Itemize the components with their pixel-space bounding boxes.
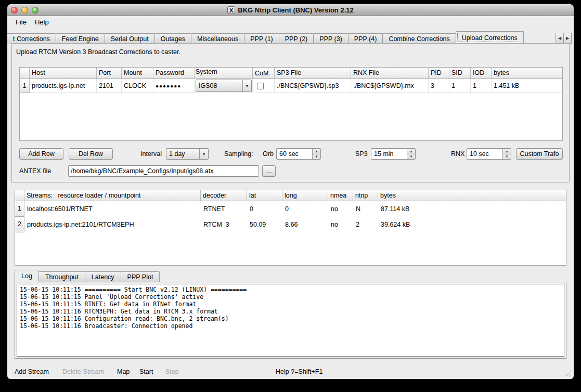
del-row-button[interactable]: Del Row (69, 148, 113, 160)
cell-iod[interactable]: 1 (471, 79, 492, 93)
header-bytes[interactable]: bytes (378, 190, 566, 201)
cell-decoder[interactable]: RTCM_3 (201, 217, 247, 232)
tab-scroll-left-icon[interactable]: ◀ (556, 33, 564, 44)
cell-mountpoint[interactable]: localhost:6501/RTNET (24, 201, 201, 217)
spin-down-icon[interactable]: ▼ (313, 154, 320, 160)
tab-ppp-1[interactable]: PPP (1) (244, 33, 279, 44)
interval-combobox[interactable]: 1 day ▼ (166, 148, 209, 160)
tab-ppp-2[interactable]: PPP (2) (279, 33, 314, 44)
header-sid[interactable]: SID (449, 68, 471, 79)
cell-pid[interactable]: 3 (429, 79, 449, 93)
rnx-spinbox[interactable]: 10 sec ▲ ▼ (467, 148, 511, 160)
header-password[interactable]: Password (153, 68, 195, 79)
row-index[interactable]: 1 (15, 201, 24, 217)
start-button[interactable]: Start (139, 365, 153, 378)
header-host[interactable]: Host (30, 68, 97, 79)
spin-down-icon[interactable]: ▼ (407, 154, 415, 160)
spin-up-icon[interactable]: ▲ (503, 149, 511, 154)
cell-ntrip[interactable]: 2 (353, 217, 378, 232)
orb-spin-buttons: ▲ ▼ (312, 149, 320, 159)
tab-broadcast-corrections[interactable]: t Corrections (7, 33, 56, 44)
tab-ppp-plot[interactable]: PPP Plot (121, 271, 160, 282)
cell-long[interactable]: 8.66 (282, 217, 328, 232)
header-port[interactable]: Port (97, 68, 122, 79)
custom-trafo-button[interactable]: Custom Trafo (516, 148, 563, 160)
header-sp3-file[interactable]: SP3 File (275, 68, 351, 79)
cell-sp3-file[interactable]: ./BNC${GPSWD}.sp3 (275, 79, 351, 93)
upload-corrections-panel: Upload RTCM Version 3 Broadcast Correcti… (11, 43, 570, 182)
spin-down-icon[interactable]: ▼ (503, 154, 511, 160)
map-button[interactable]: Map (117, 365, 130, 378)
header-rnx-file[interactable]: RNX File (351, 68, 429, 79)
chevron-down-icon[interactable]: ▼ (199, 149, 208, 159)
orb-label: Orb (263, 148, 274, 160)
tab-ppp-3[interactable]: PPP (3) (313, 33, 348, 44)
header-mountpoint[interactable]: Streams: resource loader / mountpoint (24, 190, 201, 201)
cell-mount[interactable]: CLOCK (122, 79, 153, 93)
orb-spinbox[interactable]: 60 sec ▲ ▼ (276, 148, 321, 160)
cell-password[interactable]: ●●●●●●● (153, 79, 195, 93)
title-bar[interactable]: X BKG Ntrip Client (BNC) Version 2.12 (7, 4, 574, 16)
sp3-spinbox[interactable]: 15 min ▲ ▼ (371, 148, 416, 160)
cell-bytes[interactable]: 1.451 kB (492, 79, 562, 93)
cell-mountpoint[interactable]: products.igs-ip.net:2101/RTCM3EPH (24, 217, 201, 232)
add-stream-button[interactable]: Add Stream (15, 365, 49, 378)
stream-row[interactable]: 1 localhost:6501/RTNET RTNET 0 0 no N 87… (15, 201, 566, 217)
header-decoder[interactable]: decoder (201, 190, 247, 201)
spin-up-icon[interactable]: ▲ (313, 149, 320, 154)
header-nmea[interactable]: nmea (328, 190, 353, 201)
header-lat[interactable]: lat (247, 190, 282, 201)
header-pid[interactable]: PID (429, 68, 449, 79)
menu-help[interactable]: Help (31, 17, 53, 27)
header-mount[interactable]: Mount (122, 68, 153, 79)
system-combobox[interactable]: IGS08 ▼ (196, 80, 252, 92)
stream-row[interactable]: 2 products.igs-ip.net:2101/RTCM3EPH RTCM… (15, 217, 566, 232)
tab-bar: t Corrections Feed Engine Serial Output … (7, 31, 554, 44)
tab-throughput[interactable]: Throughput (38, 271, 85, 282)
help-shortcut-label[interactable]: Help ?=Shift+F1 (276, 365, 322, 378)
header-long[interactable]: long (282, 190, 328, 201)
cell-nmea[interactable]: no (328, 201, 353, 217)
antex-file-input[interactable] (68, 165, 259, 177)
tab-outages[interactable]: Outages (154, 33, 191, 44)
header-bytes[interactable]: bytes (492, 68, 562, 79)
antex-browse-button[interactable]: ... (262, 165, 276, 177)
tab-ppp-4[interactable]: PPP (4) (348, 33, 383, 44)
header-ntrip[interactable]: ntrip (353, 190, 378, 201)
tab-serial-output[interactable]: Serial Output (105, 33, 155, 44)
tab-log[interactable]: Log (15, 270, 39, 282)
panel-description: Upload RTCM Version 3 Broadcast Correcti… (16, 48, 180, 56)
cell-bytes[interactable]: 39.624 kB (378, 217, 566, 232)
cell-lat[interactable]: 0 (247, 201, 282, 217)
log-output[interactable]: 15-06-15 10:11:15 ========== Start BNC v… (17, 284, 564, 357)
cell-lat[interactable]: 50.09 (247, 217, 282, 232)
tab-combine-corrections[interactable]: Combine Corrections (382, 33, 456, 44)
row-index[interactable]: 1 (20, 79, 30, 93)
tab-latency[interactable]: Latency (85, 271, 121, 282)
cell-rnx-file[interactable]: ./BNC${GPSWD}.rnx (351, 79, 429, 93)
com-checkbox[interactable] (257, 83, 264, 89)
delete-stream-button: Delete Stream (62, 365, 104, 378)
cell-nmea[interactable]: no (328, 217, 353, 232)
cell-ntrip[interactable]: N (353, 201, 378, 217)
tab-scroll-buttons: ◀ ▶ (556, 33, 572, 44)
header-com[interactable]: CoM (253, 68, 275, 79)
tab-scroll-right-icon[interactable]: ▶ (563, 33, 572, 44)
chevron-down-icon[interactable]: ▼ (242, 80, 251, 92)
menu-file[interactable]: File (11, 17, 31, 27)
header-iod[interactable]: IOD (471, 68, 492, 79)
cell-sid[interactable]: 1 (449, 79, 471, 93)
cell-bytes[interactable]: 87.114 kB (378, 201, 566, 217)
tab-miscellaneous[interactable]: Miscellaneous (191, 33, 244, 44)
cell-long[interactable]: 0 (282, 201, 328, 217)
tab-feed-engine[interactable]: Feed Engine (56, 33, 105, 44)
row-index[interactable]: 2 (15, 217, 24, 232)
cell-decoder[interactable]: RTNET (201, 201, 247, 217)
spin-up-icon[interactable]: ▲ (407, 149, 415, 154)
header-system[interactable]: System (195, 68, 253, 79)
system-combobox-value: IGS08 (199, 80, 217, 92)
add-row-button[interactable]: Add Row (19, 148, 63, 160)
cell-host[interactable]: products.igs-ip.net (30, 79, 97, 93)
tab-upload-corrections[interactable]: Upload Corrections (456, 31, 524, 44)
cell-port[interactable]: 2101 (97, 79, 122, 93)
